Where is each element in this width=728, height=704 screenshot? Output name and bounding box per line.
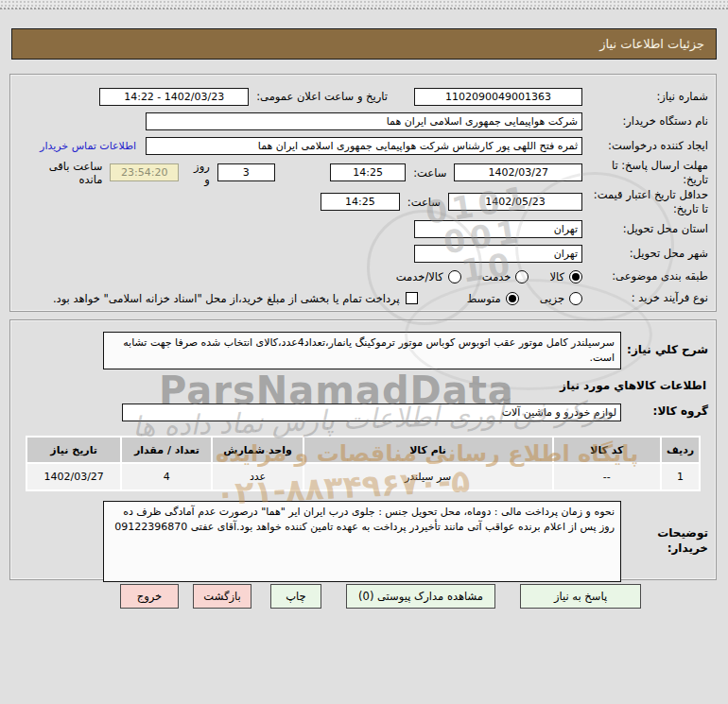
group-label: گروه کالا:	[621, 404, 708, 420]
radio-minor[interactable]	[569, 292, 582, 305]
items-table-header-row: ردیف کد کالا نام کالا واحد شمارش تعداد /…	[27, 438, 699, 462]
process-label: نوع فرآیند خرید :	[582, 291, 708, 305]
creator-row: ایجاد کننده درخواست: ثمره فتح اللهی پور …	[18, 133, 708, 158]
validity-row: حداقل تاریخ اعتبار قیمت: تا تاریخ: 1402/…	[18, 187, 708, 216]
page-header-bar: جزئیات اطلاعات نیاز	[11, 28, 717, 60]
page-title: جزئیات اطلاعات نیاز	[599, 37, 704, 51]
creator-field[interactable]: ثمره فتح اللهی پور کارشناس شرکت هواپیمای…	[146, 137, 582, 155]
deadline-date-field[interactable]: 1402/03/27	[454, 163, 582, 181]
deadline-days-label: روز و	[186, 160, 210, 186]
radio-minor-label: جزیی	[540, 292, 564, 305]
province-row: استان محل تحویل: تهران	[18, 216, 708, 241]
col-row: ردیف	[662, 438, 699, 462]
radio-medium[interactable]	[506, 292, 519, 305]
need-desc-label: شرح کلي نیاز:	[621, 343, 708, 358]
province-field[interactable]: تهران	[414, 220, 582, 238]
buyer-org-label: نام دستگاه خریدار:	[582, 114, 708, 129]
buyer-org-row: نام دستگاه خریدار: شرکت هواپیمایی جمهوری…	[18, 109, 708, 133]
buyer-notes-box: نحوه و زمان پرداخت مالی : دوماه، محل تحو…	[103, 501, 621, 582]
group-field[interactable]: لوازم خودرو و ماشین آلات	[122, 404, 621, 421]
items-section-header: اطلاعات کالاهاي مورد نیاز	[20, 379, 706, 392]
radio-medium-label: متوسط	[467, 292, 501, 305]
col-qty: تعداد / مقدار	[122, 438, 211, 462]
buyer-org-field[interactable]: شرکت هواپیمایی جمهوری اسلامی ایران هما	[146, 112, 582, 130]
city-row: شهر محل تحویل: تهران	[18, 241, 708, 266]
items-panel: شرح کلي نیاز: سرسیلندر کامل موتور عقب ات…	[9, 319, 717, 580]
cell-date: 1402/03/27	[27, 464, 120, 489]
col-name: نام کالا	[304, 438, 552, 462]
category-row: طبقه بندی موضوعی: کالا خدمت کالا/خدمت	[18, 266, 708, 287]
need-number-label: شماره نیاز:	[582, 90, 708, 104]
buyer-notes-label: توضیحات خریدار:	[621, 526, 708, 556]
cell-name: سر سیلندر	[304, 464, 552, 489]
deadline-days-field[interactable]: 3	[217, 163, 275, 181]
exit-button[interactable]: خروج	[120, 584, 179, 609]
col-unit: واحد شمارش	[213, 438, 302, 462]
cell-row: 1	[662, 464, 699, 489]
radio-goods-service-label: کالا/خدمت	[396, 270, 443, 283]
deadline-label: مهلت ارسال پاسخ: تا تاریخ:	[582, 159, 708, 187]
radio-goods[interactable]	[569, 270, 582, 283]
validity-date-field[interactable]: 1402/05/23	[448, 193, 582, 211]
top-texture-strip	[0, 0, 728, 9]
action-buttons: پاسخ به نیاز مشاهده مدارک پیوستی (0) چاپ…	[0, 584, 728, 609]
countdown-label: ساعت باقی مانده	[26, 160, 102, 186]
attachments-button[interactable]: مشاهده مدارک پیوستی (0)	[346, 584, 495, 609]
table-row: 1 -- سر سیلندر عدد 4 1402/03/27	[27, 464, 699, 489]
radio-service[interactable]	[515, 270, 529, 283]
countdown-timer: 23:54:20	[110, 163, 179, 181]
deadline-time-field[interactable]: 14:25	[330, 163, 406, 181]
need-details-page: جزئیات اطلاعات نیاز شماره نیاز: 11020900…	[0, 0, 728, 704]
creator-label: ایجاد کننده درخواست:	[582, 139, 708, 153]
treasury-checkbox-label: پرداخت تمام یا بخشی از مبلغ خرید،از محل …	[53, 292, 400, 305]
province-label: استان محل تحویل:	[582, 222, 708, 236]
group-row: گروه کالا: لوازم خودرو و ماشین آلات	[18, 400, 708, 424]
validity-hour-label: ساعت:	[407, 196, 441, 209]
col-date: تاریخ نیاز	[27, 438, 120, 462]
need-desc-box: سرسیلندر کامل موتور عقب اتوبوس کوباس موت…	[103, 332, 621, 369]
validity-time-field[interactable]: 14:25	[321, 193, 400, 211]
city-field[interactable]: تهران	[414, 245, 582, 263]
cell-unit: عدد	[213, 464, 302, 489]
buyer-notes-row: توضیحات خریدار: نحوه و زمان پرداخت مالی …	[18, 501, 708, 582]
treasury-checkbox[interactable]	[406, 292, 418, 304]
deadline-row: مهلت ارسال پاسخ: تا تاریخ: 1402/03/27 سا…	[18, 158, 708, 187]
col-code: کد کالا	[554, 438, 661, 462]
respond-button[interactable]: پاسخ به نیاز	[520, 584, 641, 609]
need-number-field[interactable]: 1102090049001363	[414, 88, 582, 106]
radio-goods-label: کالا	[549, 270, 564, 283]
city-label: شهر محل تحویل:	[582, 247, 708, 261]
cell-code: --	[554, 464, 661, 489]
need-desc-row: شرح کلي نیاز: سرسیلندر کامل موتور عقب ات…	[18, 332, 708, 369]
deadline-hour-label: ساعت:	[413, 166, 446, 180]
category-label: طبقه بندی موضوعی:	[582, 269, 708, 283]
back-button[interactable]: بازگشت	[193, 584, 251, 609]
radio-goods-service[interactable]	[448, 270, 461, 283]
items-table: ردیف کد کالا نام کالا واحد شمارش تعداد /…	[26, 436, 701, 491]
cell-qty: 4	[122, 464, 211, 489]
print-button[interactable]: چاپ	[270, 584, 321, 609]
radio-service-label: خدمت	[482, 270, 511, 283]
announce-label: تاریخ و ساعت اعلان عمومی:	[256, 90, 388, 103]
validity-label: حداقل تاریخ اعتبار قیمت: تا تاریخ:	[582, 188, 708, 216]
need-number-row: شماره نیاز: 1102090049001363 تاریخ و ساع…	[18, 84, 708, 109]
process-row: نوع فرآیند خرید : جزیی متوسط پرداخت تمام…	[18, 287, 708, 309]
buyer-contact-link[interactable]: اطلاعات تماس خریدار	[40, 140, 136, 152]
general-info-panel: شماره نیاز: 1102090049001363 تاریخ و ساع…	[9, 74, 717, 312]
announce-field[interactable]: 1402/03/23 - 14:22	[99, 88, 249, 106]
